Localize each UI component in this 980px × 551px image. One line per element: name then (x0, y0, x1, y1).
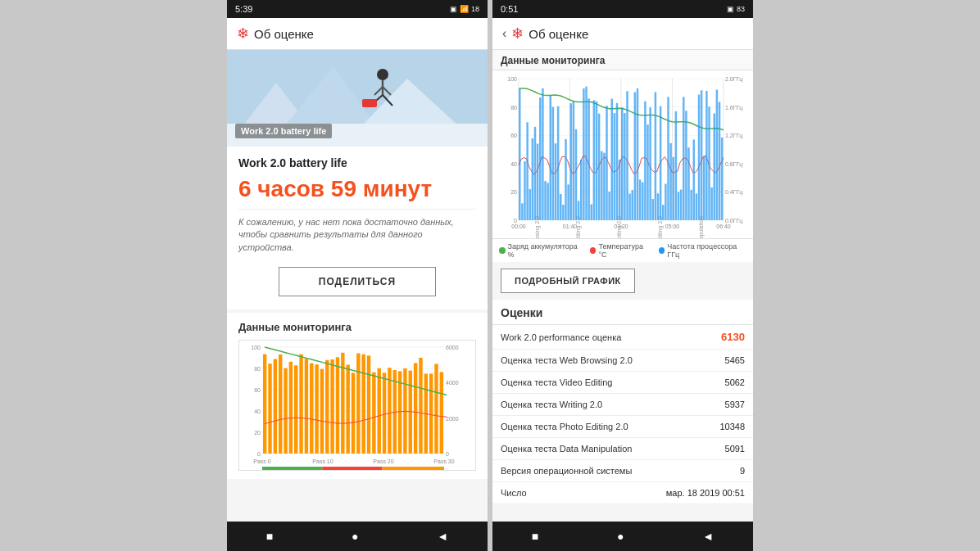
battery-icon: 18 (471, 5, 479, 13)
snowflake-icon-left: ❄ (237, 25, 249, 43)
share-btn-wrap: ПОДЕЛИТЬСЯ (238, 260, 476, 303)
legend-freq-label: Частота процессора ГГц (667, 242, 746, 259)
right-bottom-nav: ■ ● ◄ (492, 522, 753, 551)
left-bottom-nav: ■ ● ◄ (227, 522, 488, 551)
detail-button[interactable]: ПОДРОБНЫЙ ГРАФИК (501, 269, 635, 293)
score-value: 6 часов 59 минут (238, 176, 476, 202)
right-content[interactable]: Данные мониторинга Заряд аккумулятора % … (492, 50, 753, 522)
left-status-icons: ▣ 📶 18 (450, 5, 479, 13)
score-value-cell: 5465 (725, 355, 745, 365)
left-header-title: Об оценке (254, 27, 314, 41)
score-label: Оценка теста Data Manipulation (501, 444, 632, 454)
hero-overlay-text: Work 2.0 battery life (235, 124, 332, 138)
legend-freq: Частота процессора ГГц (659, 242, 746, 259)
score-value-cell: 10348 (719, 422, 745, 431)
right-header-title: Об оценке (529, 27, 588, 41)
snowflake-icon-right: ❄ (511, 25, 524, 43)
right-monitoring-label: Данные мониторинга (492, 50, 753, 70)
score-note: К сожалению, у нас нет пока достаточно д… (238, 209, 476, 254)
right-back-btn[interactable]: ◄ (689, 526, 727, 546)
right-stop-btn[interactable]: ■ (519, 526, 551, 546)
scores-rows: Work 2.0 performance оценка 6130Оценка т… (492, 325, 753, 504)
score-label: Оценка теста Writing 2.0 (501, 400, 602, 409)
score-value-cell: 5091 (725, 444, 745, 454)
score-value-cell: 5937 (725, 400, 745, 409)
wifi-icon: 📶 (460, 5, 469, 13)
right-status-icons: ▣ 83 (727, 5, 745, 13)
table-row: Число мар. 18 2019 00:51 (492, 482, 753, 504)
right-status-bar: 0:51 ▣ 83 (492, 0, 753, 18)
chart-legend: Заряд аккумулятора % Температура °C Част… (492, 238, 753, 262)
score-value-cell: мар. 18 2019 00:51 (666, 488, 745, 498)
score-value-cell: 5062 (725, 377, 745, 387)
signal-icon: ▣ (450, 5, 457, 13)
score-value-cell: 6130 (721, 331, 745, 343)
left-content[interactable]: Work 2.0 battery life Work 2.0 battery l… (227, 50, 488, 522)
monitoring-section-left: Данные мониторинга (227, 313, 488, 479)
right-phone: 0:51 ▣ 83 ‹ ❄ Об оценке Данные мониторин… (492, 0, 753, 551)
table-row: Оценка теста Video Editing 5062 (492, 372, 753, 394)
right-time: 0:51 (501, 4, 518, 14)
legend-battery: Заряд аккумулятора % (499, 242, 582, 259)
table-row: Work 2.0 performance оценка 6130 (492, 325, 753, 350)
hero-image: Work 2.0 battery life (227, 50, 488, 147)
svg-point-5 (377, 69, 388, 80)
legend-temp-label: Температура °C (598, 242, 650, 259)
left-back-btn[interactable]: ◄ (424, 526, 461, 546)
left-status-bar: 5:39 ▣ 📶 18 (227, 0, 488, 18)
right-header: ‹ ❄ Об оценке (492, 18, 753, 50)
monitoring-title-left: Данные мониторинга (238, 321, 476, 333)
left-home-btn[interactable]: ● (338, 526, 371, 546)
table-row: Оценка теста Writing 2.0 5937 (492, 394, 753, 416)
score-label: Оценка теста Video Editing (501, 377, 612, 387)
detail-btn-wrap: ПОДРОБНЫЙ ГРАФИК (492, 262, 753, 300)
legend-temp: Температура °C (590, 242, 651, 259)
left-phone: 5:39 ▣ 📶 18 ❄ Об оценке (227, 0, 488, 551)
table-row: Версия операционной системы 9 (492, 460, 753, 482)
score-value-cell: 9 (740, 466, 745, 476)
score-title: Work 2.0 battery life (238, 156, 476, 169)
score-hours: 6 часов (238, 176, 324, 201)
score-label: Число (501, 488, 527, 498)
score-label: Work 2.0 performance оценка (501, 332, 621, 342)
score-section: Work 2.0 battery life 6 часов 59 минут К… (227, 147, 488, 309)
right-chart-canvas (492, 70, 753, 238)
left-chart-canvas (239, 341, 476, 470)
score-label: Версия операционной системы (501, 466, 632, 476)
right-home-btn[interactable]: ● (604, 526, 637, 546)
table-row: Оценка теста Photo Editing 2.0 10348 (492, 416, 753, 438)
legend-freq-dot (659, 247, 665, 254)
left-stop-btn[interactable]: ■ (253, 526, 286, 546)
legend-temp-dot (590, 247, 597, 254)
left-chart (238, 340, 476, 471)
share-button[interactable]: ПОДЕЛИТЬСЯ (279, 267, 436, 296)
left-header: ❄ Об оценке (227, 18, 488, 50)
right-chart-area (492, 70, 753, 238)
table-row: Оценка теста Data Manipulation 5091 (492, 438, 753, 460)
scores-table: Оценки Work 2.0 performance оценка 6130О… (492, 300, 753, 504)
table-row: Оценка теста Web Browsing 2.0 5465 (492, 350, 753, 372)
scores-header: Оценки (492, 300, 753, 325)
legend-battery-label: Заряд аккумулятора % (508, 242, 582, 259)
legend-battery-dot (499, 247, 506, 254)
score-minutes: 59 минут (331, 176, 432, 201)
left-time: 5:39 (235, 4, 252, 14)
right-battery-icon: 83 (737, 5, 745, 13)
back-arrow-icon[interactable]: ‹ (502, 26, 506, 41)
right-signal-icon: ▣ (727, 5, 734, 13)
svg-rect-11 (362, 99, 377, 107)
score-label: Оценка теста Photo Editing 2.0 (501, 422, 628, 431)
score-label: Оценка теста Web Browsing 2.0 (501, 355, 633, 365)
